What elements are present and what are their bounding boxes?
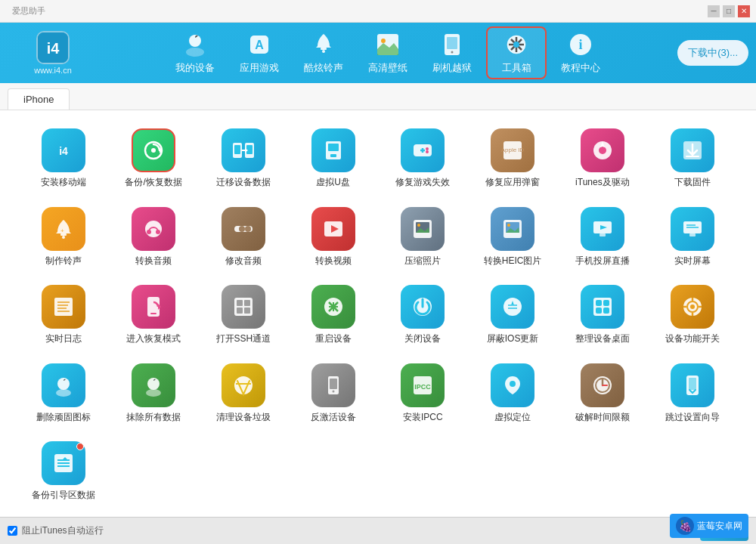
svg-rect-97 xyxy=(603,308,609,314)
svg-rect-34 xyxy=(330,154,336,157)
tool-item-backup-guide-data[interactable]: 备份引导区数据 xyxy=(23,438,105,505)
tool-item-make-ringtone[interactable]: +制作铃声 xyxy=(23,204,105,270)
tool-item-shutdown-device[interactable]: 关闭设备 xyxy=(382,282,464,348)
tool-item-organize-desktop[interactable]: 整理设备桌面 xyxy=(562,282,644,348)
tool-label-modify-audio: 修改音频 xyxy=(225,255,262,267)
nav-item-ringtone[interactable]: 酷炫铃声 xyxy=(293,26,354,79)
tool-icon-break-screen-time xyxy=(581,363,624,407)
tool-item-wipe-all-data[interactable]: 抹除所有数据 xyxy=(113,360,195,427)
tool-item-clean-junk[interactable]: 清理设备垃圾 xyxy=(203,360,285,427)
tool-icon-backup-guide-data xyxy=(42,441,85,485)
tool-label-organize-desktop: 整理设备桌面 xyxy=(575,333,630,345)
nav-item-app-game[interactable]: A应用游戏 xyxy=(229,26,290,79)
svg-point-51 xyxy=(156,230,160,234)
svg-rect-28 xyxy=(234,145,240,154)
nav-item-wallpaper[interactable]: 高清壁纸 xyxy=(358,26,418,79)
download-button[interactable]: 下载中(3)... xyxy=(677,40,748,66)
tool-icon-fix-popup: Apple ID xyxy=(491,128,534,172)
svg-text:i4: i4 xyxy=(47,40,60,57)
tool-item-backup-restore[interactable]: 备份/恢复数据 xyxy=(113,125,195,192)
tool-item-open-ssh[interactable]: 打开SSH通道 xyxy=(203,282,285,348)
svg-rect-33 xyxy=(328,144,339,151)
tool-item-compress-photo[interactable]: 压缩照片 xyxy=(382,204,464,270)
tool-item-delete-stubborn-icon[interactable]: 删除顽固图标 xyxy=(23,360,105,427)
logo-area[interactable]: i4 www.i4.cn xyxy=(8,31,98,75)
tool-item-deactivate-device[interactable]: 反激活设备 xyxy=(292,360,374,427)
svg-point-7 xyxy=(322,50,325,53)
tool-item-skip-setup[interactable]: 跳过设置向导 xyxy=(651,360,733,427)
tool-item-virtual-location[interactable]: 虚拟定位 xyxy=(472,360,554,427)
tool-item-install-ipcc[interactable]: IPCC安装IPCC xyxy=(382,360,464,427)
tool-item-break-screen-time[interactable]: 破解时间限额 xyxy=(562,360,644,427)
tool-item-reboot-device[interactable]: 重启设备 xyxy=(292,282,374,348)
svg-point-108 xyxy=(146,389,161,397)
tool-item-convert-video[interactable]: 转换视频 xyxy=(292,204,374,270)
svg-rect-11 xyxy=(447,37,457,49)
tool-icon-clean-junk xyxy=(222,363,265,407)
tool-icon-wipe-all-data xyxy=(132,363,175,407)
close-button[interactable]: ✕ xyxy=(738,5,750,17)
tool-icon-device-function-toggle xyxy=(671,285,714,329)
tool-item-convert-heic[interactable]: 转换HEIC图片 xyxy=(472,204,554,270)
tool-label-fix-popup: 修复应用弹窗 xyxy=(485,177,540,189)
svg-point-106 xyxy=(56,389,71,397)
svg-text:i: i xyxy=(579,37,583,52)
svg-rect-79 xyxy=(237,300,243,306)
tool-item-itunes-driver[interactable]: iTunes及驱动 xyxy=(562,125,644,192)
svg-point-116 xyxy=(510,381,516,387)
tabbar: iPhone xyxy=(0,83,756,110)
tool-label-open-ssh: 打开SSH通道 xyxy=(216,333,271,345)
svg-rect-112 xyxy=(330,379,337,389)
nav-item-my-device[interactable]: 我的设备 xyxy=(165,26,225,79)
tool-item-modify-audio[interactable]: 修改音频 xyxy=(203,204,285,270)
nav-item-toolbox[interactable]: 工具箱 xyxy=(486,26,547,79)
svg-point-18 xyxy=(513,42,519,48)
tool-label-itunes-driver: iTunes及驱动 xyxy=(575,177,630,189)
tool-label-migrate-data: 迁移设备数据 xyxy=(216,177,271,189)
tool-item-virtual-udisk[interactable]: 虚拟U盘 xyxy=(292,125,374,192)
tool-label-backup-restore: 备份/恢复数据 xyxy=(125,177,181,189)
nav-item-tutorial[interactable]: i教程中心 xyxy=(550,26,611,79)
tool-icon-migrate-data xyxy=(222,128,265,172)
tool-item-screen-live[interactable]: 手机投屏直播 xyxy=(562,204,644,270)
svg-point-43 xyxy=(599,147,606,154)
tool-label-reboot-device: 重启设备 xyxy=(315,333,352,345)
tool-item-fix-popup[interactable]: Apple ID修复应用弹窗 xyxy=(472,125,554,192)
my-device-icon xyxy=(181,31,209,58)
tool-icon-screen-live xyxy=(581,207,624,251)
tool-item-convert-audio[interactable]: 转换音频 xyxy=(113,204,195,270)
tool-label-compress-photo: 压缩照片 xyxy=(404,255,441,267)
svg-rect-122 xyxy=(689,378,696,390)
stop-itunes-checkbox[interactable] xyxy=(8,526,17,536)
tool-item-migrate-data[interactable]: 迁移设备数据 xyxy=(203,125,285,192)
tool-item-block-ios-update[interactable]: 屏蔽IOS更新 xyxy=(472,282,554,348)
tool-label-convert-heic: 转换HEIC图片 xyxy=(484,255,542,267)
tool-item-realtime-screen[interactable]: 实时屏幕 xyxy=(651,204,733,270)
tool-item-device-function-toggle[interactable]: 设备功能开关 xyxy=(651,282,733,348)
maximize-button[interactable]: □ xyxy=(723,5,735,17)
minimize-button[interactable]: ─ xyxy=(708,5,720,17)
svg-rect-77 xyxy=(150,313,156,314)
tool-label-deactivate-device: 反激活设备 xyxy=(311,412,356,424)
tool-item-install-app[interactable]: i4安装移动端 xyxy=(23,125,105,192)
tool-label-fix-game: 修复游戏失效 xyxy=(395,177,450,189)
tool-item-download-firmware[interactable]: 下载固件 xyxy=(651,125,733,192)
tab-iphone[interactable]: iPhone xyxy=(8,88,70,110)
svg-text:+: + xyxy=(60,227,64,234)
svg-point-38 xyxy=(426,147,429,150)
svg-point-2 xyxy=(189,35,201,47)
nav-item-label-ringtone: 酷炫铃声 xyxy=(304,61,343,75)
nav-item-label-tutorial: 教程中心 xyxy=(561,61,600,75)
tool-item-recovery-mode[interactable]: 进入恢复模式 xyxy=(113,282,195,348)
tool-label-convert-video: 转换视频 xyxy=(315,255,352,267)
tool-label-download-firmware: 下载固件 xyxy=(674,177,711,189)
notification-dot xyxy=(76,443,84,450)
tool-label-realtime-log: 实时日志 xyxy=(45,333,82,345)
tool-icon-convert-audio xyxy=(132,207,175,251)
svg-point-54 xyxy=(245,226,251,232)
tool-item-realtime-log[interactable]: 实时日志 xyxy=(23,282,105,348)
svg-point-50 xyxy=(147,230,151,234)
svg-point-3 xyxy=(186,48,204,57)
tool-item-fix-game[interactable]: 修复游戏失效 xyxy=(382,125,464,192)
nav-item-jailbreak[interactable]: 刷机越狱 xyxy=(422,26,482,79)
